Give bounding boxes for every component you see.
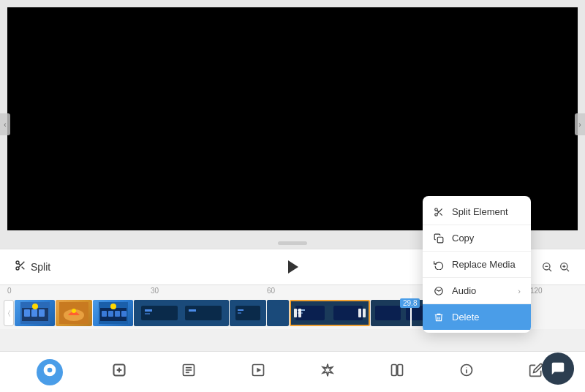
clip-3[interactable] <box>93 300 133 326</box>
svg-line-9 <box>567 269 569 271</box>
home-icon <box>42 363 57 381</box>
ruler-mark-30: 30 <box>151 287 159 295</box>
context-audio[interactable]: Audio › <box>423 278 531 304</box>
svg-rect-37 <box>238 312 241 314</box>
zoom-controls <box>541 261 570 273</box>
tool-add[interactable] <box>106 359 132 385</box>
svg-rect-26 <box>115 311 120 317</box>
svg-rect-15 <box>24 309 30 317</box>
svg-rect-30 <box>185 306 222 320</box>
clip-4[interactable] <box>134 300 229 326</box>
tool-home[interactable] <box>37 359 63 385</box>
svg-rect-32 <box>145 313 150 314</box>
context-copy[interactable]: Copy <box>423 225 531 251</box>
add-icon <box>112 363 127 381</box>
edit-icon <box>529 363 543 381</box>
audio-label: Audio <box>452 285 476 296</box>
context-delete[interactable]: Delete <box>423 304 531 330</box>
context-menu: Split Element Copy Replace Media <box>423 196 531 333</box>
svg-line-66 <box>439 213 442 215</box>
svg-line-6 <box>549 269 551 271</box>
ruler-mark-0: 0 <box>7 287 12 295</box>
playhead-time: 29.8 <box>403 299 417 307</box>
svg-point-23 <box>110 304 116 309</box>
scroll-right-arrow[interactable]: › <box>575 113 585 135</box>
trash-menu-icon <box>433 312 445 323</box>
playhead-marker: 29.8 <box>400 298 420 308</box>
split-button[interactable]: Split <box>15 260 50 274</box>
svg-point-20 <box>72 309 76 313</box>
svg-rect-36 <box>238 309 244 311</box>
play-button[interactable] <box>281 255 304 279</box>
svg-rect-68 <box>437 237 443 243</box>
pause-overlay-right[interactable] <box>358 309 366 317</box>
svg-rect-45 <box>375 306 401 320</box>
info-icon <box>459 363 474 381</box>
ruler-mark-60: 60 <box>267 287 275 295</box>
svg-line-3 <box>22 267 25 270</box>
audio-menu-icon <box>433 286 445 296</box>
scroll-left-arrow[interactable]: ‹ <box>0 113 10 135</box>
transitions-icon <box>390 363 404 381</box>
tool-transitions[interactable] <box>384 359 410 385</box>
svg-point-14 <box>32 304 38 309</box>
zoom-in-button[interactable] <box>559 261 570 273</box>
play-icon <box>288 260 298 274</box>
ruler-mark-120: 120 <box>530 287 543 295</box>
svg-marker-57 <box>257 368 261 373</box>
tool-text[interactable] <box>176 359 202 385</box>
svg-point-64 <box>435 213 438 216</box>
track-start[interactable]: 〈 <box>4 300 14 326</box>
audio-arrow-icon: › <box>518 287 521 295</box>
zoom-out-button[interactable] <box>541 261 553 273</box>
text-icon <box>181 363 196 381</box>
tool-info[interactable] <box>453 359 480 385</box>
clip-2[interactable] <box>56 300 92 326</box>
bottom-toolbar <box>0 351 585 392</box>
svg-point-1 <box>16 267 19 270</box>
context-split-element[interactable]: Split Element <box>423 199 531 225</box>
svg-rect-33 <box>189 309 196 312</box>
copy-menu-icon <box>433 233 445 244</box>
svg-line-67 <box>437 210 439 211</box>
clip-1[interactable] <box>15 300 55 326</box>
clip-7-selected[interactable] <box>290 300 370 326</box>
clip-5[interactable] <box>230 300 266 326</box>
tool-media[interactable] <box>245 359 271 385</box>
scissors-menu-icon <box>433 207 445 217</box>
svg-rect-58 <box>391 365 396 376</box>
split-label: Split <box>31 261 50 273</box>
svg-rect-31 <box>145 309 152 312</box>
copy-label: Copy <box>452 233 474 244</box>
replace-menu-icon <box>433 260 445 270</box>
svg-rect-59 <box>397 365 402 376</box>
delete-label: Delete <box>452 312 480 323</box>
svg-point-63 <box>435 208 438 211</box>
svg-rect-25 <box>108 311 113 317</box>
chat-button[interactable] <box>542 353 574 385</box>
svg-point-48 <box>47 368 52 373</box>
split-element-label: Split Element <box>452 206 508 217</box>
svg-rect-24 <box>102 311 107 317</box>
svg-line-4 <box>18 263 20 265</box>
pause-overlay-left[interactable] <box>294 309 301 317</box>
resize-handle[interactable] <box>278 241 307 245</box>
svg-rect-27 <box>121 311 127 317</box>
clip-6[interactable] <box>267 300 289 326</box>
replace-media-label: Replace Media <box>452 259 516 270</box>
effects-icon <box>320 363 335 381</box>
svg-rect-17 <box>39 309 45 317</box>
svg-point-0 <box>16 261 19 264</box>
scissors-icon <box>15 260 26 274</box>
tool-effects[interactable] <box>314 359 341 385</box>
media-icon <box>251 363 265 381</box>
context-replace-media[interactable]: Replace Media <box>423 252 531 277</box>
svg-rect-38 <box>269 302 287 324</box>
svg-rect-16 <box>31 309 37 317</box>
